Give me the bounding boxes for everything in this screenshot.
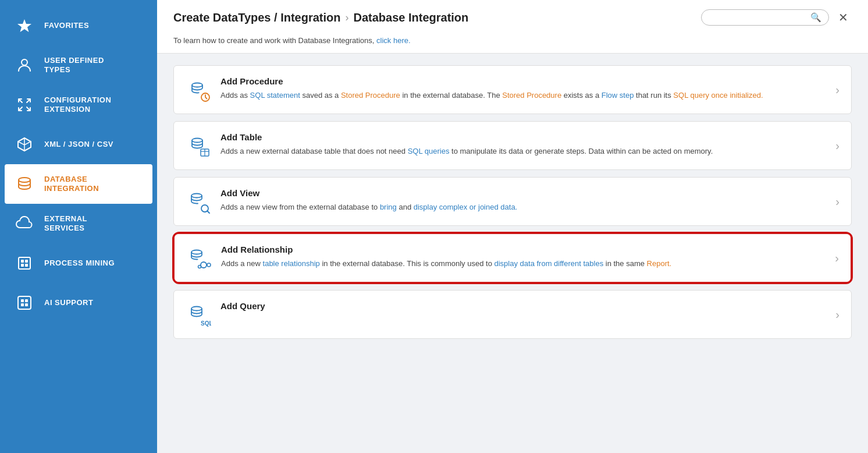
- card-title-procedure: Add Procedure: [220, 76, 826, 86]
- card-desc-view: Adds a new view from the external databa…: [220, 201, 826, 213]
- breadcrumb-separator: ›: [345, 12, 348, 24]
- search-icon[interactable]: 🔍: [810, 12, 821, 23]
- card-text-view: Add View Adds a new view from the extern…: [220, 188, 826, 213]
- card-text-table: Add Table Adds a new external database t…: [220, 132, 826, 157]
- main-content: Create DataTypes / Integration › Databas…: [157, 0, 868, 453]
- sidebar-item-process-mining[interactable]: PROCESS MINING: [0, 243, 157, 283]
- svg-point-28: [191, 307, 202, 311]
- subtitle-text: To learn how to create and work with Dat…: [173, 36, 374, 45]
- card-add-query[interactable]: SQL Add Query ›: [173, 290, 852, 339]
- svg-rect-4: [21, 260, 24, 263]
- breadcrumb: Create DataTypes / Integration › Databas…: [173, 11, 468, 24]
- svg-rect-3: [19, 257, 30, 269]
- card-add-relationship[interactable]: Add Relationship Adds a new table relati…: [173, 233, 852, 283]
- user-icon: [14, 55, 35, 76]
- svg-point-19: [191, 194, 202, 198]
- card-add-view[interactable]: Add View Adds a new view from the extern…: [173, 177, 852, 226]
- card-text-relationship: Add Relationship Adds a new table relati…: [221, 245, 826, 270]
- db-link-icon: [186, 246, 212, 271]
- svg-rect-10: [25, 299, 28, 302]
- sidebar-item-xml-json-csv[interactable]: XML / JSON / CSV: [0, 125, 157, 164]
- database-icon: [14, 174, 35, 194]
- svg-text:SQL: SQL: [201, 320, 211, 327]
- svg-point-2: [19, 178, 30, 182]
- db-grid-icon: [186, 133, 211, 159]
- svg-rect-9: [21, 299, 24, 302]
- svg-rect-8: [18, 296, 31, 309]
- svg-rect-5: [25, 260, 28, 263]
- db-gear-icon: [186, 77, 211, 103]
- card-title-view: Add View: [220, 188, 826, 198]
- chevron-right-icon: ›: [835, 83, 839, 97]
- svg-line-21: [207, 211, 209, 213]
- sidebar-item-favorites-label: FAVORITES: [44, 21, 89, 30]
- card-desc-procedure: Adds as SQL statement saved as a Stored …: [220, 90, 826, 101]
- card-text-query: Add Query: [220, 301, 826, 314]
- sidebar-item-external-services-label: EXTERNALSERVICES: [44, 214, 87, 232]
- header-top: Create DataTypes / Integration › Databas…: [173, 9, 852, 26]
- sidebar: FAVORITES USER DEFINEDTYPES CONFIGURATIO…: [0, 0, 157, 453]
- chevron-right-icon-relationship: ›: [835, 252, 839, 265]
- db-sql-icon: SQL: [186, 302, 211, 328]
- card-title-relationship: Add Relationship: [221, 245, 826, 254]
- search-input[interactable]: [709, 13, 810, 22]
- db-search-icon: [186, 189, 211, 215]
- card-left-view: Add View Adds a new view from the extern…: [186, 188, 826, 215]
- svg-rect-11: [21, 303, 24, 306]
- sidebar-item-external-services[interactable]: EXTERNALSERVICES: [0, 204, 157, 243]
- svg-point-24: [207, 263, 211, 267]
- sidebar-item-user-defined-types[interactable]: USER DEFINEDTYPES: [0, 45, 157, 85]
- card-add-procedure[interactable]: Add Procedure Adds as SQL statement save…: [173, 65, 852, 114]
- cube-icon: [14, 134, 35, 155]
- svg-marker-0: [17, 19, 31, 32]
- svg-rect-12: [25, 303, 28, 306]
- card-desc-table: Adds a new external database table that …: [220, 146, 826, 157]
- breadcrumb-start: Create DataTypes / Integration: [173, 11, 340, 24]
- sidebar-item-favorites[interactable]: FAVORITES: [0, 6, 157, 45]
- sidebar-item-ai-support-label: AI SUPPORT: [44, 298, 93, 307]
- sidebar-item-db-integration-label: DATABASEINTEGRATION: [44, 175, 99, 193]
- header: Create DataTypes / Integration › Databas…: [157, 0, 868, 54]
- svg-point-13: [192, 83, 202, 87]
- sidebar-item-database-integration[interactable]: DATABASEINTEGRATION: [5, 164, 152, 204]
- process-mining-icon: [14, 253, 35, 274]
- svg-point-26: [198, 266, 201, 268]
- chevron-right-icon-view: ›: [835, 195, 839, 208]
- sidebar-item-config-ext-label: CONFIGURATIONEXTENSION: [44, 95, 111, 114]
- card-left-relationship: Add Relationship Adds a new table relati…: [186, 245, 826, 271]
- header-actions: 🔍 ✕: [701, 9, 852, 26]
- subtitle: To learn how to create and work with Dat…: [173, 30, 852, 53]
- sidebar-item-xml-label: XML / JSON / CSV: [44, 140, 113, 149]
- card-left-procedure: Add Procedure Adds as SQL statement save…: [186, 76, 826, 103]
- cloud-icon: [14, 213, 35, 234]
- svg-point-15: [192, 139, 202, 143]
- card-text-procedure: Add Procedure Adds as SQL statement save…: [220, 76, 826, 101]
- sidebar-item-process-mining-label: PROCESS MINING: [44, 259, 115, 268]
- card-desc-relationship: Adds a new table relationship in the ext…: [221, 258, 826, 270]
- cards-container: Add Procedure Adds as SQL statement save…: [157, 54, 868, 351]
- svg-rect-7: [25, 264, 28, 267]
- svg-point-1: [22, 59, 27, 65]
- card-title-query: Add Query: [220, 301, 826, 311]
- ai-support-icon: [14, 292, 35, 313]
- svg-point-22: [191, 250, 202, 254]
- arrows-icon: [14, 94, 35, 115]
- subtitle-link[interactable]: click here.: [376, 36, 411, 45]
- chevron-right-icon-query: ›: [835, 308, 839, 321]
- card-title-table: Add Table: [220, 132, 826, 142]
- sidebar-item-ai-support[interactable]: AI SUPPORT: [0, 283, 157, 323]
- chevron-right-icon-table: ›: [835, 139, 839, 153]
- sidebar-item-user-defined-types-label: USER DEFINEDTYPES: [44, 56, 104, 74]
- search-box[interactable]: 🔍: [701, 9, 829, 26]
- card-left-table: Add Table Adds a new external database t…: [186, 132, 826, 159]
- svg-point-23: [201, 262, 207, 268]
- star-icon: [14, 15, 35, 36]
- card-left-query: SQL Add Query: [186, 301, 826, 328]
- breadcrumb-end: Database Integration: [353, 11, 468, 24]
- sidebar-item-configuration-extension[interactable]: CONFIGURATIONEXTENSION: [0, 85, 157, 125]
- svg-rect-6: [21, 264, 24, 267]
- card-add-table[interactable]: Add Table Adds a new external database t…: [173, 121, 852, 170]
- close-button[interactable]: ✕: [835, 9, 852, 26]
